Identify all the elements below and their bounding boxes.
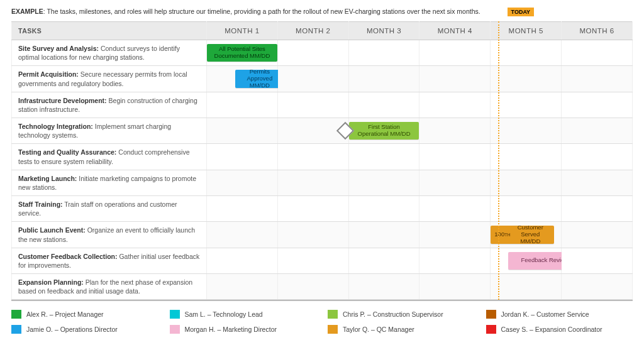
month-cell <box>277 222 348 248</box>
month-cell <box>207 222 278 248</box>
month-cell <box>277 248 348 273</box>
task-cell: Expansion Planning: Plan for the next ph… <box>12 274 207 300</box>
legend-label: Sam L. – Technology Lead <box>185 310 263 318</box>
legend-label: Chris P. – Construction Supervisor <box>343 310 443 318</box>
month-cell <box>348 40 419 66</box>
col-header-month-1: MONTH 1 <box>207 22 278 40</box>
month-cell: 100TH Customer Served MM/DD <box>491 222 562 248</box>
month-cell <box>207 196 278 222</box>
month-cell: Feedback Review MM/DD <box>491 248 562 273</box>
month-cell <box>562 144 633 170</box>
month-cell <box>207 118 278 144</box>
month-cell <box>277 66 348 92</box>
month-cell <box>562 66 633 92</box>
month-cell <box>277 196 348 222</box>
legend-label: Morgan H. – Marketing Director <box>185 326 277 333</box>
table-row: Infrastructure Development: Begin constr… <box>12 92 633 118</box>
month-cell <box>491 274 562 300</box>
gantt-bar-first_station: First Station Operational MM/DD <box>349 122 419 140</box>
table-row: Testing and Quality Assurance: Conduct c… <box>12 144 633 170</box>
col-header-month-3: MONTH 3 <box>348 22 419 40</box>
gantt-bar-permits: Permits Approved MM/DD <box>235 70 284 87</box>
legend-label: Alex R. – Project Manager <box>26 310 104 318</box>
month-cell <box>491 196 562 222</box>
month-cell: First Station Operational MM/DD <box>348 118 419 144</box>
table-row: Customer Feedback Collection: Gather ini… <box>12 248 633 273</box>
table-row: Marketing Launch: Initiate marketing cam… <box>12 170 633 195</box>
month-cell <box>419 144 491 170</box>
month-cell <box>562 170 633 195</box>
task-cell: Testing and Quality Assurance: Conduct c… <box>12 144 207 170</box>
task-cell: Staff Training: Train staff on operation… <box>12 196 207 222</box>
col-header-month-4: MONTH 4 <box>419 22 491 40</box>
legend-swatch <box>328 325 338 334</box>
gantt-chart: TASKS MONTH 1 MONTH 2 MONTH 3 MONTH 4 MO… <box>11 21 633 301</box>
month-cell <box>562 196 633 222</box>
header-row: TASKS MONTH 1 MONTH 2 MONTH 3 MONTH 4 MO… <box>12 22 633 40</box>
month-cell <box>491 66 562 92</box>
month-cell <box>562 92 633 118</box>
month-cell <box>491 92 562 118</box>
month-cell: All Potential Sites Documented MM/DD <box>207 40 278 66</box>
legend-item: Morgan H. – Marketing Director <box>170 325 317 334</box>
legend-item: Taylor Q. – QC Manager <box>328 325 475 334</box>
legend-swatch <box>328 310 338 319</box>
intro-text: EXAMPLE: The tasks, milestones, and role… <box>11 8 633 16</box>
task-cell: Customer Feedback Collection: Gather ini… <box>12 248 207 273</box>
col-header-month-6: MONTH 6 <box>562 22 633 40</box>
legend-label: Jamie O. – Operations Director <box>26 326 118 333</box>
table-row: Technology Integration: Implement smart … <box>12 118 633 144</box>
month-cell <box>419 40 491 66</box>
month-cell <box>562 248 633 273</box>
month-cell <box>207 144 278 170</box>
task-cell: Marketing Launch: Initiate marketing cam… <box>12 170 207 195</box>
month-cell <box>419 92 491 118</box>
legend-label: Jordan K. – Customer Service <box>501 310 589 318</box>
month-cell <box>419 222 491 248</box>
month-cell <box>562 274 633 300</box>
month-cell <box>277 92 348 118</box>
legend-label: Casey S. – Expansion Coordinator <box>501 326 602 333</box>
legend-item: Jordan K. – Customer Service <box>486 310 633 319</box>
table-row: Permit Acquisition: Secure necessary per… <box>12 66 633 92</box>
legend-label: Taylor Q. – QC Manager <box>343 326 414 333</box>
month-cell <box>419 274 491 300</box>
legend: Alex R. – Project ManagerSam L. – Techno… <box>11 310 633 334</box>
month-cell <box>348 92 419 118</box>
legend-item: Chris P. – Construction Supervisor <box>328 310 475 319</box>
month-cell <box>207 170 278 195</box>
month-cell: Permits Approved MM/DD <box>207 66 278 92</box>
month-cell <box>277 274 348 300</box>
legend-swatch <box>170 310 180 319</box>
gantt-bar-customer_100: 100TH Customer Served MM/DD <box>491 226 554 243</box>
table-row: Public Launch Event: Organize an event t… <box>12 222 633 248</box>
month-cell <box>277 40 348 66</box>
table-row: Site Survey and Analysis: Conduct survey… <box>12 40 633 66</box>
legend-item: Jamie O. – Operations Director <box>11 325 158 334</box>
legend-item: Sam L. – Technology Lead <box>170 310 317 319</box>
month-cell <box>277 170 348 195</box>
task-cell: Permit Acquisition: Secure necessary per… <box>12 66 207 92</box>
table-row: Expansion Planning: Plan for the next ph… <box>12 274 633 300</box>
month-cell <box>348 274 419 300</box>
month-cell <box>562 40 633 66</box>
month-cell <box>348 144 419 170</box>
legend-swatch <box>486 310 496 319</box>
col-header-tasks: TASKS <box>12 22 207 40</box>
legend-swatch <box>11 325 21 334</box>
month-cell <box>348 66 419 92</box>
month-cell <box>207 274 278 300</box>
legend-swatch <box>170 325 180 334</box>
month-cell <box>348 222 419 248</box>
task-cell: Infrastructure Development: Begin constr… <box>12 92 207 118</box>
legend-swatch <box>11 310 21 319</box>
month-cell <box>207 92 278 118</box>
legend-swatch <box>486 325 496 334</box>
gantt-bar-sites: All Potential Sites Documented MM/DD <box>207 44 277 62</box>
month-cell <box>348 248 419 273</box>
month-cell <box>419 66 491 92</box>
month-cell <box>491 118 562 144</box>
month-cell <box>562 222 633 248</box>
today-badge: TODAY <box>508 8 535 16</box>
col-header-month-2: MONTH 2 <box>277 22 348 40</box>
